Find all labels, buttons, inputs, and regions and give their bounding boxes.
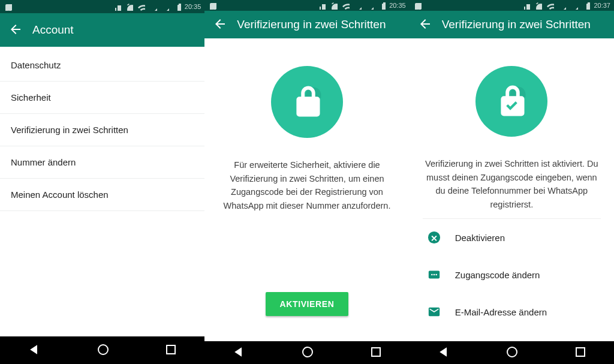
nav-back-button[interactable] [437,345,450,360]
page-title: Account [32,23,74,37]
status-time: 20:37 [594,2,610,9]
alarm-icon [125,2,133,11]
phone-account: 20:35 Account Datenschutz Sicherheit Ver… [0,0,204,364]
signal-icon [558,1,566,10]
app-bar: Account [0,13,204,47]
two-step-intro: Für erweiterte Sicherheit, aktiviere die… [204,38,409,341]
lock-graphic [475,66,547,137]
signal-icon [161,2,169,11]
alarm-icon [329,1,338,10]
page-title: Verifizierung in zwei Schritten [237,18,386,31]
status-time: 20:35 [389,2,406,9]
nav-bar [0,336,204,364]
nav-home-button[interactable] [505,345,518,360]
option-label: Deaktivieren [455,233,505,243]
option-label: E-Mail-Adresse ändern [455,307,547,317]
lock-check-icon [485,75,538,128]
wifi-icon [341,1,350,10]
two-step-enabled: Verifizierung in zwei Schritten ist akti… [410,38,614,341]
battery-icon [377,1,386,10]
app-bar: Verifizierung in zwei Schritten [204,11,409,38]
list-item-account-loeschen[interactable]: Meinen Account löschen [0,179,204,211]
back-arrow-icon [418,17,431,30]
status-time: 20:35 [185,3,201,10]
nav-back-button[interactable] [232,345,245,360]
nav-bar [410,341,614,364]
nav-back-button[interactable] [28,342,41,358]
back-button[interactable] [418,17,431,32]
alarm-icon [534,1,542,10]
wifi-icon [546,1,554,10]
list-item-datenschutz[interactable]: Datenschutz [0,47,204,82]
signal-icon [353,1,362,10]
back-button[interactable] [8,22,22,38]
list-item-nummer-aendern[interactable]: Nummer ändern [0,146,204,179]
back-arrow-icon [8,22,22,35]
phone-two-step-enabled: 20:37 Verifizierung in zwei Schritten Ve… [410,0,614,364]
nav-recent-icon [369,345,382,358]
status-bar: 20:37 [410,0,614,11]
activate-button[interactable]: AKTIVIEREN [266,292,349,316]
option-deactivate[interactable]: Deaktivieren [423,219,601,256]
vibrate-icon [113,2,121,11]
vibrate-icon [317,1,326,10]
image-icon [413,1,422,10]
option-change-email[interactable]: E-Mail-Adresse ändern [423,293,601,330]
nav-recent-button[interactable] [164,342,177,358]
description-text: Verifizierung in zwei Schritten ist akti… [423,157,601,211]
nav-back-icon [232,345,245,358]
list-item-verifizierung[interactable]: Verifizierung in zwei Schritten [0,114,204,146]
nav-recent-icon [164,342,177,356]
phone-two-step-activate: 20:35 Verifizierung in zwei Schritten Fü… [204,0,409,364]
nav-bar [204,341,409,364]
lock-icon [281,76,333,128]
nav-home-button[interactable] [96,342,109,358]
nav-home-button[interactable] [300,345,314,360]
app-bar: Verifizierung in zwei Schritten [410,11,614,38]
description-text: Für erweiterte Sicherheit, aktiviere die… [218,158,396,212]
signal-icon [570,1,578,10]
account-list: Datenschutz Sicherheit Verifizierung in … [0,47,204,336]
nav-recent-button[interactable] [369,345,382,360]
mail-icon [426,304,442,320]
cancel-icon [426,230,442,245]
lock-graphic [271,66,343,138]
back-button[interactable] [213,17,226,32]
battery-icon [582,1,590,10]
status-bar: 20:35 [0,0,204,13]
status-bar: 20:35 [204,0,409,11]
back-arrow-icon [213,17,226,30]
nav-back-icon [437,345,450,358]
list-item-sicherheit[interactable]: Sicherheit [0,82,204,114]
option-label: Zugangscode ändern [455,270,540,280]
nav-recent-icon [573,345,586,358]
vibrate-icon [522,1,530,10]
image-icon [208,1,216,10]
image-icon [4,2,12,11]
nav-recent-button[interactable] [573,345,586,360]
two-step-options: Deaktivieren Zugangscode ändern E-Mail-A… [423,218,601,330]
nav-home-icon [505,345,518,358]
option-change-pin[interactable]: Zugangscode ändern [423,256,601,293]
nav-home-icon [300,345,314,358]
nav-home-icon [96,342,109,356]
signal-icon [365,1,374,10]
pin-icon [426,267,442,282]
page-title: Verifizierung in zwei Schritten [442,18,591,31]
battery-icon [173,2,181,11]
signal-icon [149,2,157,11]
nav-back-icon [28,342,41,356]
wifi-icon [137,2,145,11]
